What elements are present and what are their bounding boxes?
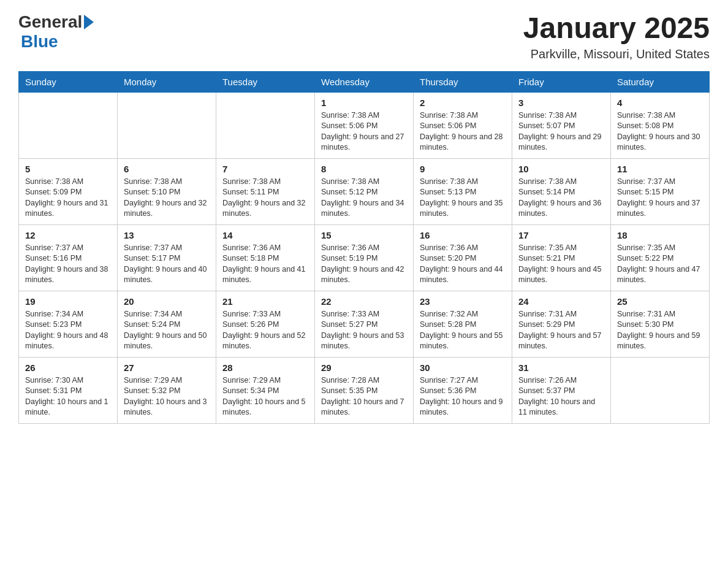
calendar-cell: 5Sunrise: 7:38 AMSunset: 5:09 PMDaylight… bbox=[19, 158, 118, 224]
calendar-cell: 11Sunrise: 7:37 AMSunset: 5:15 PMDayligh… bbox=[611, 158, 710, 224]
day-number: 19 bbox=[25, 296, 111, 307]
calendar-cell bbox=[216, 92, 315, 158]
day-number: 10 bbox=[518, 164, 604, 174]
col-monday: Monday bbox=[118, 71, 216, 92]
day-info: Sunrise: 7:38 AMSunset: 5:10 PMDaylight:… bbox=[124, 177, 210, 220]
day-number: 15 bbox=[321, 230, 407, 240]
day-number: 25 bbox=[617, 296, 703, 307]
calendar-cell bbox=[611, 357, 710, 423]
day-info: Sunrise: 7:31 AMSunset: 5:29 PMDaylight:… bbox=[518, 309, 604, 352]
day-number: 24 bbox=[518, 296, 604, 307]
calendar-cell bbox=[19, 92, 118, 158]
day-info: Sunrise: 7:33 AMSunset: 5:26 PMDaylight:… bbox=[222, 309, 308, 352]
logo-arrow-icon bbox=[84, 15, 94, 29]
day-info: Sunrise: 7:33 AMSunset: 5:27 PMDaylight:… bbox=[321, 309, 407, 352]
calendar-cell: 16Sunrise: 7:36 AMSunset: 5:20 PMDayligh… bbox=[414, 224, 512, 291]
calendar-cell bbox=[118, 92, 216, 158]
col-saturday: Saturday bbox=[611, 71, 710, 92]
calendar-week-row: 1Sunrise: 7:38 AMSunset: 5:06 PMDaylight… bbox=[19, 92, 710, 158]
day-info: Sunrise: 7:38 AMSunset: 5:08 PMDaylight:… bbox=[617, 110, 703, 153]
calendar-cell: 2Sunrise: 7:38 AMSunset: 5:06 PMDaylight… bbox=[414, 92, 512, 158]
calendar-cell: 17Sunrise: 7:35 AMSunset: 5:21 PMDayligh… bbox=[512, 224, 611, 291]
day-info: Sunrise: 7:29 AMSunset: 5:32 PMDaylight:… bbox=[124, 375, 210, 418]
day-number: 11 bbox=[617, 164, 703, 174]
day-info: Sunrise: 7:38 AMSunset: 5:09 PMDaylight:… bbox=[25, 177, 111, 220]
col-tuesday: Tuesday bbox=[216, 71, 315, 92]
calendar-cell: 27Sunrise: 7:29 AMSunset: 5:32 PMDayligh… bbox=[118, 357, 216, 423]
calendar-cell: 21Sunrise: 7:33 AMSunset: 5:26 PMDayligh… bbox=[216, 291, 315, 357]
col-wednesday: Wednesday bbox=[315, 71, 414, 92]
day-number: 8 bbox=[321, 164, 407, 174]
day-number: 21 bbox=[222, 296, 308, 307]
logo-general-text: General bbox=[18, 12, 82, 32]
calendar-header-row: Sunday Monday Tuesday Wednesday Thursday… bbox=[19, 71, 710, 92]
day-number: 9 bbox=[420, 164, 506, 174]
col-sunday: Sunday bbox=[19, 71, 118, 92]
day-info: Sunrise: 7:37 AMSunset: 5:15 PMDaylight:… bbox=[617, 177, 703, 220]
calendar-cell: 26Sunrise: 7:30 AMSunset: 5:31 PMDayligh… bbox=[19, 357, 118, 423]
day-info: Sunrise: 7:32 AMSunset: 5:28 PMDaylight:… bbox=[420, 309, 506, 352]
calendar-cell: 14Sunrise: 7:36 AMSunset: 5:18 PMDayligh… bbox=[216, 224, 315, 291]
calendar-cell: 22Sunrise: 7:33 AMSunset: 5:27 PMDayligh… bbox=[315, 291, 414, 357]
calendar-cell: 13Sunrise: 7:37 AMSunset: 5:17 PMDayligh… bbox=[118, 224, 216, 291]
logo-blue-text: Blue bbox=[21, 32, 58, 52]
day-info: Sunrise: 7:27 AMSunset: 5:36 PMDaylight:… bbox=[420, 375, 506, 418]
calendar-cell: 29Sunrise: 7:28 AMSunset: 5:35 PMDayligh… bbox=[315, 357, 414, 423]
day-number: 6 bbox=[124, 164, 210, 174]
day-number: 12 bbox=[25, 230, 111, 240]
calendar-cell: 6Sunrise: 7:38 AMSunset: 5:10 PMDaylight… bbox=[118, 158, 216, 224]
day-info: Sunrise: 7:37 AMSunset: 5:17 PMDaylight:… bbox=[124, 243, 210, 286]
day-info: Sunrise: 7:34 AMSunset: 5:24 PMDaylight:… bbox=[124, 309, 210, 352]
day-number: 17 bbox=[518, 230, 604, 240]
day-info: Sunrise: 7:37 AMSunset: 5:16 PMDaylight:… bbox=[25, 243, 111, 286]
day-info: Sunrise: 7:38 AMSunset: 5:14 PMDaylight:… bbox=[518, 177, 604, 220]
day-info: Sunrise: 7:38 AMSunset: 5:13 PMDaylight:… bbox=[420, 177, 506, 220]
day-number: 30 bbox=[420, 362, 506, 373]
day-number: 2 bbox=[420, 98, 506, 108]
calendar-cell: 23Sunrise: 7:32 AMSunset: 5:28 PMDayligh… bbox=[414, 291, 512, 357]
day-number: 31 bbox=[518, 362, 604, 373]
day-info: Sunrise: 7:38 AMSunset: 5:12 PMDaylight:… bbox=[321, 177, 407, 220]
calendar-cell: 7Sunrise: 7:38 AMSunset: 5:11 PMDaylight… bbox=[216, 158, 315, 224]
col-friday: Friday bbox=[512, 71, 611, 92]
calendar-cell: 20Sunrise: 7:34 AMSunset: 5:24 PMDayligh… bbox=[118, 291, 216, 357]
calendar-cell: 10Sunrise: 7:38 AMSunset: 5:14 PMDayligh… bbox=[512, 158, 611, 224]
calendar-week-row: 19Sunrise: 7:34 AMSunset: 5:23 PMDayligh… bbox=[19, 291, 710, 357]
day-info: Sunrise: 7:38 AMSunset: 5:06 PMDaylight:… bbox=[420, 110, 506, 153]
calendar-cell: 24Sunrise: 7:31 AMSunset: 5:29 PMDayligh… bbox=[512, 291, 611, 357]
day-info: Sunrise: 7:36 AMSunset: 5:19 PMDaylight:… bbox=[321, 243, 407, 286]
day-info: Sunrise: 7:36 AMSunset: 5:20 PMDaylight:… bbox=[420, 243, 506, 286]
day-info: Sunrise: 7:35 AMSunset: 5:22 PMDaylight:… bbox=[617, 243, 703, 286]
day-info: Sunrise: 7:38 AMSunset: 5:06 PMDaylight:… bbox=[321, 110, 407, 153]
day-info: Sunrise: 7:34 AMSunset: 5:23 PMDaylight:… bbox=[25, 309, 111, 352]
calendar-cell: 19Sunrise: 7:34 AMSunset: 5:23 PMDayligh… bbox=[19, 291, 118, 357]
month-title: January 2025 bbox=[523, 12, 710, 45]
day-number: 7 bbox=[222, 164, 308, 174]
day-number: 18 bbox=[617, 230, 703, 240]
day-info: Sunrise: 7:35 AMSunset: 5:21 PMDaylight:… bbox=[518, 243, 604, 286]
day-number: 5 bbox=[25, 164, 111, 174]
calendar-cell: 25Sunrise: 7:31 AMSunset: 5:30 PMDayligh… bbox=[611, 291, 710, 357]
calendar-week-row: 5Sunrise: 7:38 AMSunset: 5:09 PMDaylight… bbox=[19, 158, 710, 224]
day-info: Sunrise: 7:26 AMSunset: 5:37 PMDaylight:… bbox=[518, 375, 604, 418]
page-header: General Blue January 2025 Parkville, Mis… bbox=[18, 12, 710, 61]
day-number: 29 bbox=[321, 362, 407, 373]
day-info: Sunrise: 7:28 AMSunset: 5:35 PMDaylight:… bbox=[321, 375, 407, 418]
calendar-cell: 18Sunrise: 7:35 AMSunset: 5:22 PMDayligh… bbox=[611, 224, 710, 291]
calendar-cell: 3Sunrise: 7:38 AMSunset: 5:07 PMDaylight… bbox=[512, 92, 611, 158]
day-info: Sunrise: 7:38 AMSunset: 5:07 PMDaylight:… bbox=[518, 110, 604, 153]
calendar-table: Sunday Monday Tuesday Wednesday Thursday… bbox=[18, 71, 710, 424]
calendar-cell: 9Sunrise: 7:38 AMSunset: 5:13 PMDaylight… bbox=[414, 158, 512, 224]
location-subtitle: Parkville, Missouri, United States bbox=[523, 47, 710, 61]
day-info: Sunrise: 7:31 AMSunset: 5:30 PMDaylight:… bbox=[617, 309, 703, 352]
day-number: 27 bbox=[124, 362, 210, 373]
day-number: 23 bbox=[420, 296, 506, 307]
calendar-cell: 28Sunrise: 7:29 AMSunset: 5:34 PMDayligh… bbox=[216, 357, 315, 423]
title-section: January 2025 Parkville, Missouri, United… bbox=[523, 12, 710, 61]
calendar-cell: 30Sunrise: 7:27 AMSunset: 5:36 PMDayligh… bbox=[414, 357, 512, 423]
day-info: Sunrise: 7:29 AMSunset: 5:34 PMDaylight:… bbox=[222, 375, 308, 418]
day-number: 1 bbox=[321, 98, 407, 108]
day-number: 28 bbox=[222, 362, 308, 373]
calendar-cell: 12Sunrise: 7:37 AMSunset: 5:16 PMDayligh… bbox=[19, 224, 118, 291]
calendar-week-row: 12Sunrise: 7:37 AMSunset: 5:16 PMDayligh… bbox=[19, 224, 710, 291]
